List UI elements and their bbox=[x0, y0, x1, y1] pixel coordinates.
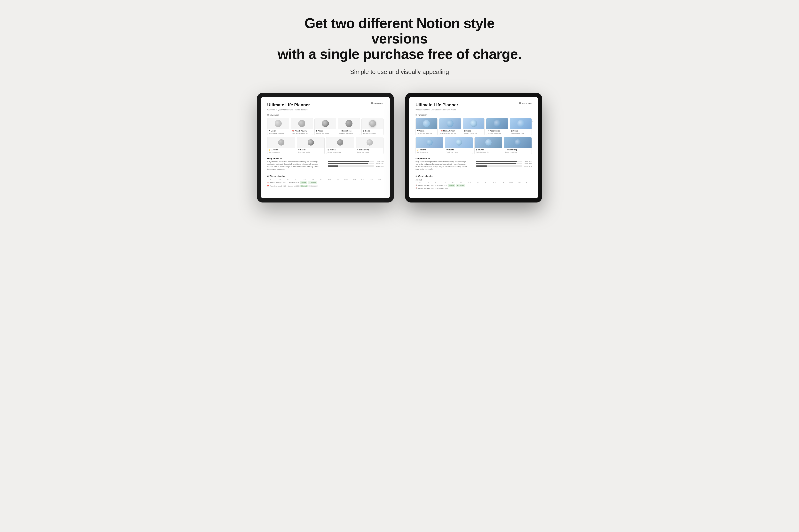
progress-year-label-right: Year: 89% bbox=[523, 160, 532, 162]
instructions-icon-left bbox=[371, 102, 373, 104]
orb-journal-right bbox=[485, 139, 492, 146]
calendar-header-right: 30S 31M 1 T 2W 3T 4 F 5S 6S 7 M 8T 9W 10… bbox=[416, 182, 532, 183]
card-desc-vision-right: Review your progress bbox=[417, 132, 436, 134]
card-desc-journal: Reflect on your day bbox=[327, 151, 353, 153]
checkin-text-left: Daily check-ins can provide a sense of a… bbox=[267, 160, 320, 171]
card-name-areas: ⊞Areas bbox=[316, 130, 335, 132]
progress-month-label-right: Month: 87% bbox=[523, 163, 532, 165]
nav-cards-row1-right: 👁Vision Review your progress 📅Plan & Rev… bbox=[416, 118, 532, 135]
week2-label-left: Week 2 bbox=[270, 185, 275, 187]
card-image-goals-right bbox=[510, 118, 532, 129]
hero-subtitle: Simple to use and visually appealing bbox=[275, 68, 524, 76]
card-desc-actions: Get things done bbox=[269, 151, 294, 153]
card-journal-right[interactable]: ⊞Journal Reflect on your day bbox=[474, 137, 502, 154]
week2-right[interactable]: 📅 Week 2 January 8, 2023 → January 15, 2… bbox=[416, 188, 532, 189]
week2-dates-left: January 9, 2023 → January 15, 2023 bbox=[275, 185, 300, 187]
orb-areas bbox=[322, 120, 329, 127]
progress-year-right: Year: 89% bbox=[476, 160, 532, 162]
checkin-title-left: Daily check-in bbox=[267, 157, 383, 160]
welcome-text-right: Welcome to your Ultimate Life Planner Sy… bbox=[416, 109, 458, 111]
card-areas-left[interactable]: ⊞Areas Defines your areas bbox=[315, 118, 337, 135]
card-vision-left[interactable]: 👁Vision Review your progress bbox=[267, 118, 289, 135]
card-braindump-right[interactable]: ✦Brain Dump Dump your ideas bbox=[504, 137, 532, 154]
progress-week-right: Week: 24% bbox=[476, 165, 532, 167]
card-habits-left[interactable]: ↺Habits Track your habits bbox=[297, 137, 325, 154]
page-header-left: Ultimate Life Planner Welcome to your Ul… bbox=[267, 102, 383, 112]
week1-right[interactable]: 📅 Week 1 January 2, 2023 → January 8, 20… bbox=[416, 184, 532, 187]
weekly-label-left: ⊞ Weekly planning bbox=[267, 175, 383, 177]
week1-badge1-left: Planned bbox=[300, 182, 307, 184]
progress-year-label-left: Year: 89% bbox=[375, 160, 383, 162]
card-resolutions-left[interactable]: ✦Resolutions Set your resolutions bbox=[338, 118, 360, 135]
instructions-icon-right bbox=[519, 102, 521, 104]
card-name-resolutions: ✦Resolutions bbox=[339, 130, 359, 132]
checkin-title-right: Daily check-in bbox=[416, 157, 532, 160]
orb-plan-right bbox=[446, 120, 454, 127]
hero-title: Get two different Notion style versionsw… bbox=[275, 16, 524, 62]
orb-areas-right bbox=[470, 120, 477, 127]
month-label-right: January bbox=[416, 179, 532, 181]
card-desc-resolutions-right: Set your resolutions bbox=[488, 132, 507, 134]
card-image-vision-left bbox=[267, 118, 289, 129]
card-actions-right[interactable]: ⚡Actions Get things done bbox=[416, 137, 443, 154]
card-image-braindump-left bbox=[356, 137, 383, 148]
card-goals-right[interactable]: ◎Goals Manage your goals bbox=[510, 118, 532, 135]
card-actions-left[interactable]: ⚡Actions Get things done bbox=[267, 137, 295, 154]
week2-dates-right: January 8, 2023 → January 15, 2023 bbox=[424, 188, 448, 189]
orb-plan bbox=[298, 120, 305, 127]
daily-checkin-right: Daily check-in Daily check-ins can provi… bbox=[416, 157, 532, 171]
card-image-vision-right bbox=[416, 118, 437, 129]
checkin-text-right: Daily check-ins can provide a sense of a… bbox=[416, 160, 468, 171]
card-name-habits: ↺Habits bbox=[298, 149, 323, 151]
card-name-goals-right: ◎Goals bbox=[511, 130, 530, 132]
card-plan-left[interactable]: 📅Plan & Review Plan & review your life bbox=[291, 118, 313, 135]
card-habits-right[interactable]: ↺Habits Track your habits bbox=[445, 137, 473, 154]
progress-week-label-right: Week: 24% bbox=[523, 165, 532, 167]
orb-actions-right bbox=[426, 139, 433, 146]
orb-journal bbox=[337, 139, 343, 146]
card-vision-right[interactable]: 👁Vision Review your progress bbox=[416, 118, 438, 135]
instructions-label-right: Instructions bbox=[522, 102, 532, 104]
card-resolutions-right[interactable]: ✦Resolutions Set your resolutions bbox=[486, 118, 508, 135]
nav-cards-row2-left: ⚡Actions Get things done ↺Habits Track y… bbox=[267, 137, 383, 154]
page-title-right: Ultimate Life Planner bbox=[416, 102, 458, 108]
card-image-plan-left bbox=[291, 118, 313, 129]
card-desc-areas-right: Defines your areas bbox=[464, 132, 483, 134]
card-areas-right[interactable]: ⊞Areas Defines your areas bbox=[463, 118, 485, 135]
orb-goals bbox=[369, 120, 376, 127]
card-name-plan: 📅Plan & Review bbox=[292, 130, 311, 132]
nav-cards-row2-right: ⚡Actions Get things done ↺Habits Track y… bbox=[416, 137, 532, 154]
card-goals-left[interactable]: ◎Goals Manage your goals bbox=[361, 118, 383, 135]
card-image-habits-left bbox=[297, 137, 324, 148]
orb-vision bbox=[275, 120, 282, 127]
card-image-journal-right bbox=[475, 137, 502, 148]
card-name-actions: ⚡Actions bbox=[269, 149, 294, 151]
card-plan-right[interactable]: 📅Plan & Review Plan & review your life bbox=[439, 118, 461, 135]
instructions-right[interactable]: Instructions bbox=[519, 102, 532, 104]
card-name-vision: 👁Vision bbox=[269, 130, 288, 132]
orb-habits-right bbox=[456, 139, 462, 146]
tablet-left: Ultimate Life Planner Welcome to your Ul… bbox=[257, 93, 394, 202]
card-desc-goals: Manage your goals bbox=[363, 132, 382, 134]
progress-bars-right: Year: 89% Month: 87% Week: 24% bbox=[476, 160, 532, 168]
instructions-left[interactable]: Instructions bbox=[371, 102, 383, 104]
progress-month-right: Month: 87% bbox=[476, 163, 532, 165]
orb-vision-right bbox=[423, 120, 430, 127]
progress-week-label-left: Week: 23% bbox=[375, 165, 383, 167]
card-image-goals-left bbox=[362, 118, 383, 129]
nav-label-left: ⊞ Navigation bbox=[267, 114, 383, 116]
week1-dates-right: January 2, 2023 → January 8, 2023 bbox=[424, 185, 447, 186]
card-braindump-left[interactable]: ✦Brain Dump Dump your ideas bbox=[356, 137, 383, 154]
weekly-label-right: ⊞ Weekly planning bbox=[416, 175, 532, 177]
week2-left[interactable]: 📅 Week 2 January 9, 2023 → January 15, 2… bbox=[267, 185, 383, 187]
card-desc-braindump-right: Dump your ideas bbox=[505, 151, 530, 153]
card-name-braindump: ✦Brain Dump bbox=[357, 149, 382, 151]
week1-left[interactable]: 📅 Week 1 January 2, 2023 → January 8, 20… bbox=[267, 182, 383, 184]
card-image-plan-right bbox=[439, 118, 461, 129]
tablet-frame-right: Ultimate Life Planner Welcome to your Ul… bbox=[405, 93, 542, 202]
card-image-areas-left bbox=[315, 118, 336, 129]
instructions-label-left: Instructions bbox=[374, 102, 383, 104]
card-journal-left[interactable]: ⊞Journal Reflect on your day bbox=[326, 137, 354, 154]
card-name-journal: ⊞Journal bbox=[327, 149, 353, 151]
card-name-vision-right: 👁Vision bbox=[417, 130, 436, 132]
